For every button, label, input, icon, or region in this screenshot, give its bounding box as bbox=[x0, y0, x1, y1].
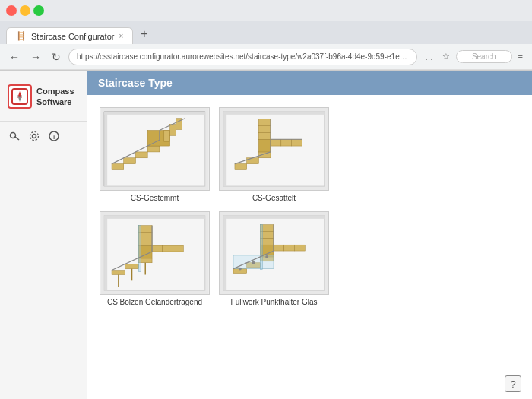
staircase-image-cs-gesattelt bbox=[219, 107, 329, 191]
info-icon: i bbox=[49, 131, 59, 141]
staircase-svg-3 bbox=[100, 212, 209, 294]
nav-bar: ← → ↻ https://csstaircase configurator.a… bbox=[0, 44, 532, 70]
svg-rect-42 bbox=[104, 216, 205, 290]
page-title: Staircase Type bbox=[98, 77, 173, 89]
svg-rect-23 bbox=[104, 112, 107, 186]
key-icon bbox=[9, 131, 20, 141]
staircase-image-cs-bolzen bbox=[100, 211, 210, 295]
gear-icon bbox=[29, 131, 40, 141]
svg-rect-70 bbox=[274, 245, 284, 251]
active-tab[interactable]: 🪜 Staircase Configurator × bbox=[6, 27, 133, 44]
svg-rect-17 bbox=[147, 146, 160, 152]
compass-icon bbox=[11, 87, 29, 106]
svg-rect-58 bbox=[138, 226, 141, 272]
staircase-item-cs-gesattelt[interactable]: CS-Gesattelt bbox=[219, 107, 329, 202]
svg-rect-29 bbox=[235, 164, 247, 170]
reload-button[interactable]: ↻ bbox=[49, 48, 64, 66]
svg-point-3 bbox=[11, 133, 16, 138]
nav-actions: … ☆ Search ≡ bbox=[422, 50, 526, 63]
staircase-label-cs-gestemmt: CS-Gestemmt bbox=[131, 194, 179, 202]
browser-chrome: 🪜 Staircase Configurator × + ← → ↻ https… bbox=[0, 0, 532, 71]
staircase-item-fullwerk[interactable]: Fullwerk Punkthalter Glas bbox=[219, 211, 329, 306]
svg-rect-14 bbox=[112, 164, 124, 170]
svg-rect-20 bbox=[170, 125, 176, 136]
svg-rect-15 bbox=[124, 158, 136, 164]
help-label: ? bbox=[510, 378, 515, 390]
svg-rect-72 bbox=[295, 245, 306, 251]
maximize-window-button[interactable] bbox=[33, 5, 44, 16]
content-area: CS-Gestemmt bbox=[87, 95, 532, 399]
svg-point-6 bbox=[33, 135, 36, 138]
svg-rect-19 bbox=[164, 130, 170, 141]
staircase-svg-1 bbox=[100, 108, 209, 190]
sidebar-icon-group: i bbox=[0, 131, 87, 144]
more-button[interactable]: … bbox=[422, 51, 436, 63]
svg-rect-44 bbox=[104, 216, 205, 219]
svg-rect-30 bbox=[247, 158, 259, 164]
address-bar[interactable]: https://csstaircase configurator.aurorew… bbox=[68, 49, 417, 65]
staircase-label-cs-bolzen: CS Bolzen Geländertragend bbox=[107, 298, 202, 306]
staircase-image-fullwerk bbox=[219, 211, 329, 295]
page-header: Staircase Type bbox=[87, 71, 532, 95]
svg-rect-27 bbox=[223, 112, 226, 186]
sidebar: Compass Software i bbox=[0, 71, 87, 399]
svg-point-7 bbox=[30, 132, 39, 141]
tab-close-button[interactable]: × bbox=[119, 32, 123, 40]
svg-rect-28 bbox=[223, 112, 325, 115]
new-tab-button[interactable]: + bbox=[135, 24, 154, 44]
svg-point-77 bbox=[265, 255, 268, 258]
svg-rect-38 bbox=[292, 139, 302, 146]
svg-rect-37 bbox=[281, 139, 292, 146]
info-icon-button[interactable]: i bbox=[49, 131, 59, 144]
app-container: Compass Software i bbox=[0, 71, 532, 399]
staircase-label-cs-gesattelt: CS-Gesattelt bbox=[252, 194, 296, 202]
address-text: https://csstaircase configurator.aurorew… bbox=[77, 52, 409, 61]
svg-line-5 bbox=[17, 138, 17, 138]
staircase-item-cs-bolzen[interactable]: CS Bolzen Geländertragend bbox=[100, 211, 210, 306]
svg-rect-33 bbox=[258, 132, 271, 139]
svg-rect-35 bbox=[258, 119, 271, 126]
svg-rect-36 bbox=[271, 139, 281, 146]
svg-text:i: i bbox=[53, 134, 55, 141]
back-button[interactable]: ← bbox=[6, 48, 23, 66]
svg-point-76 bbox=[252, 261, 255, 264]
window-controls bbox=[6, 5, 44, 16]
forward-button[interactable]: → bbox=[27, 48, 44, 66]
gear-icon-button[interactable] bbox=[29, 131, 40, 144]
svg-rect-45 bbox=[112, 271, 125, 275]
help-button[interactable]: ? bbox=[505, 375, 521, 392]
staircase-svg-4 bbox=[220, 212, 328, 294]
staircase-image-cs-gestemmt bbox=[100, 107, 210, 191]
staircase-svg-2 bbox=[220, 108, 328, 190]
tab-title: Staircase Configurator bbox=[31, 32, 114, 41]
bookmark-button[interactable]: ☆ bbox=[439, 50, 453, 63]
logo-icon bbox=[8, 84, 32, 109]
svg-rect-34 bbox=[258, 126, 271, 133]
tab-favicon: 🪜 bbox=[16, 31, 27, 41]
main-content: Staircase Type bbox=[87, 71, 532, 399]
staircase-grid: CS-Gestemmt bbox=[100, 107, 520, 306]
svg-rect-52 bbox=[152, 245, 163, 252]
svg-rect-43 bbox=[104, 216, 107, 290]
key-icon-button[interactable] bbox=[9, 131, 20, 144]
menu-button[interactable]: ≡ bbox=[515, 51, 526, 63]
svg-rect-53 bbox=[163, 245, 173, 252]
tab-bar: 🪜 Staircase Configurator × + bbox=[0, 21, 532, 44]
sidebar-logo: Compass Software bbox=[0, 78, 87, 122]
svg-rect-61 bbox=[223, 216, 226, 290]
svg-rect-32 bbox=[258, 139, 271, 152]
svg-rect-46 bbox=[125, 264, 139, 269]
close-window-button[interactable] bbox=[6, 5, 17, 16]
svg-rect-16 bbox=[135, 152, 147, 158]
search-input[interactable]: Search bbox=[456, 50, 512, 63]
staircase-item-cs-gestemmt[interactable]: CS-Gestemmt bbox=[100, 107, 210, 202]
svg-rect-26 bbox=[223, 112, 325, 186]
svg-rect-24 bbox=[104, 112, 205, 115]
minimize-window-button[interactable] bbox=[20, 5, 30, 16]
logo-text: Compass Software bbox=[36, 86, 74, 108]
staircase-label-fullwerk: Fullwerk Punkthalter Glas bbox=[231, 298, 318, 306]
svg-rect-54 bbox=[173, 245, 184, 252]
svg-point-75 bbox=[239, 268, 242, 271]
svg-rect-74 bbox=[260, 225, 262, 270]
svg-rect-71 bbox=[284, 245, 295, 251]
